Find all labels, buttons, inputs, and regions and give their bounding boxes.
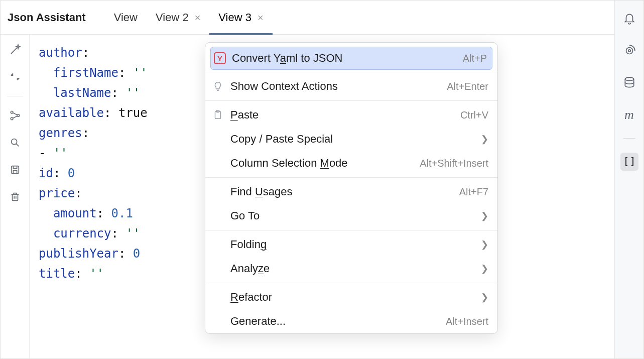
tab-view[interactable]: View — [105, 1, 147, 35]
save-icon[interactable] — [7, 162, 23, 178]
bulb-icon — [212, 81, 230, 92]
tab-view-3[interactable]: View 3 × — [209, 1, 272, 35]
menu-separator — [205, 177, 497, 178]
chevron-right-icon: ❯ — [481, 263, 488, 274]
chevron-right-icon: ❯ — [481, 210, 488, 221]
menu-shortcut: Alt+F7 — [459, 186, 488, 198]
menu-column-selection-mode[interactable]: Column Selection Mode Alt+Shift+Insert — [205, 151, 497, 175]
close-icon[interactable]: × — [195, 13, 201, 23]
divider — [623, 138, 635, 139]
left-toolbar — [1, 35, 30, 358]
brackets-icon[interactable] — [620, 153, 638, 171]
menu-refactor[interactable]: Refactor ❯ — [205, 285, 497, 309]
menu-label: Column Selection Mode — [230, 157, 420, 170]
menu-separator — [205, 100, 497, 101]
spiral-icon[interactable] — [620, 42, 638, 60]
menu-generate[interactable]: Generate... Alt+Insert — [205, 309, 497, 333]
menu-label: Convert Yaml to JSON — [232, 52, 463, 65]
tab-bar: Json Assistant View View 2 × View 3 × — [1, 1, 614, 35]
chevron-right-icon: ❯ — [481, 134, 488, 145]
divider — [7, 96, 23, 96]
menu-go-to[interactable]: Go To ❯ — [205, 204, 497, 228]
menu-label: Paste — [230, 108, 460, 122]
menu-label: Copy / Paste Special — [230, 133, 481, 146]
menu-paste[interactable]: Paste Ctrl+V — [205, 103, 497, 127]
menu-separator — [205, 72, 497, 72]
svg-point-6 — [625, 77, 633, 81]
menu-label: Show Context Actions — [230, 80, 447, 93]
tab-label: View 3 — [218, 11, 251, 24]
makefile-icon[interactable]: m — [620, 106, 638, 124]
menu-label: Refactor — [230, 291, 481, 304]
menu-folding[interactable]: Folding ❯ — [205, 232, 497, 257]
tab-label: View — [114, 11, 138, 24]
svg-point-3 — [11, 139, 17, 145]
tab-label: View 2 — [156, 11, 189, 24]
svg-rect-5 — [12, 194, 18, 200]
menu-label: Generate... — [230, 315, 446, 328]
chevron-right-icon: ❯ — [481, 292, 488, 303]
wand-icon[interactable] — [7, 42, 23, 58]
collapse-icon[interactable] — [7, 69, 23, 85]
app-title: Json Assistant — [8, 11, 86, 24]
menu-shortcut: Ctrl+V — [460, 109, 488, 121]
menu-find-usages[interactable]: Find Usages Alt+F7 — [205, 180, 497, 204]
menu-copy-paste-special[interactable]: Copy / Paste Special ❯ — [205, 127, 497, 151]
menu-separator — [205, 230, 497, 230]
chevron-right-icon: ❯ — [481, 239, 488, 250]
svg-rect-4 — [11, 166, 19, 174]
menu-label: Folding — [230, 238, 481, 251]
menu-show-context-actions[interactable]: Show Context Actions Alt+Enter — [205, 74, 497, 98]
database-icon[interactable] — [620, 74, 638, 92]
menu-shortcut: Alt+Insert — [446, 316, 488, 327]
search-icon[interactable] — [7, 135, 23, 151]
context-menu: Y Convert Yaml to JSON Alt+P Show Contex… — [205, 42, 498, 334]
menu-analyze[interactable]: Analyze ❯ — [205, 257, 497, 281]
menu-convert-yaml-json[interactable]: Y Convert Yaml to JSON Alt+P — [210, 47, 492, 70]
close-icon[interactable]: × — [257, 13, 264, 23]
right-toolbar: m — [614, 1, 643, 358]
menu-shortcut: Alt+Enter — [447, 81, 488, 92]
menu-separator — [205, 283, 497, 283]
menu-label: Find Usages — [230, 185, 459, 198]
tab-view-2[interactable]: View 2 × — [147, 1, 209, 35]
bell-icon[interactable] — [620, 10, 638, 28]
menu-label: Go To — [230, 209, 481, 222]
clipboard-icon — [212, 109, 230, 121]
menu-shortcut: Alt+Shift+Insert — [420, 158, 488, 169]
menu-shortcut: Alt+P — [463, 53, 487, 64]
graph-icon[interactable] — [7, 107, 23, 124]
yaml-icon: Y — [214, 52, 232, 64]
trash-icon[interactable] — [7, 189, 23, 205]
menu-label: Analyze — [230, 262, 481, 275]
